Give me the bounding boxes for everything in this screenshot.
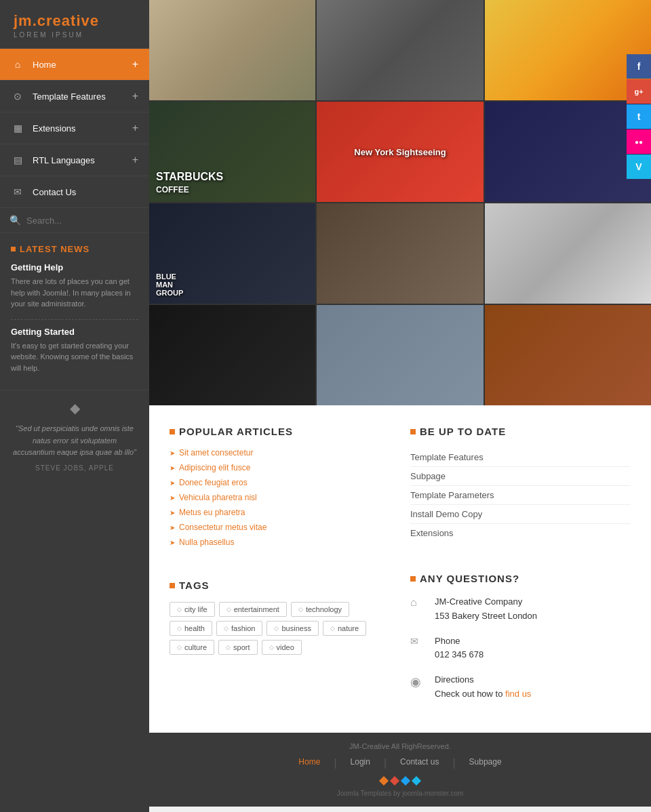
arrow-icon-1: ➤: [170, 464, 175, 472]
tag-1[interactable]: entertainment: [219, 602, 287, 617]
contact-phone-item: ✉ Phone 012 345 678: [410, 634, 631, 663]
update-link-1[interactable]: Subpage: [410, 467, 631, 486]
diamond-4: [412, 776, 421, 786]
nav-label-template-features: Template Features: [33, 92, 132, 102]
social-google-button[interactable]: g+: [627, 79, 651, 104]
nav-label-extensions: Extensions: [33, 123, 132, 134]
find-us-link[interactable]: find us: [505, 689, 531, 699]
social-flickr-button[interactable]: ●●: [627, 129, 651, 154]
phone-icon: ✉: [410, 636, 427, 652]
bottom-content: POPULAR ARTICLES ➤ Sit amet consectetur …: [149, 405, 651, 733]
address-icon: ⌂: [410, 596, 427, 613]
article-link-1[interactable]: ➤ Adipiscing elit fusce: [170, 463, 390, 472]
news-text-1: It's easy to get started creating your w…: [11, 340, 138, 374]
arrow-icon-4: ➤: [170, 509, 175, 516]
news-title-0: Getting Help: [11, 262, 138, 272]
tag-3[interactable]: health: [170, 621, 212, 636]
latest-news-title: LATEST NEWS: [11, 244, 138, 254]
arrow-icon-3: ➤: [170, 494, 175, 502]
latest-news-section: LATEST NEWS Getting Help There are lots …: [0, 233, 149, 390]
camera-icon: ⊙: [11, 89, 24, 103]
contact-address-item: ⌂ JM-Creative Company 153 Bakery Street …: [410, 595, 631, 624]
nav-label-rtl: RTL Languages: [33, 155, 132, 165]
nav-plus-home: +: [132, 58, 138, 70]
logo-title: jm.creative: [14, 12, 136, 30]
photo-cell-1: [149, 0, 315, 100]
article-link-0[interactable]: ➤ Sit amet consectetur: [170, 448, 390, 458]
nav-menu: ⌂ Home + ⊙ Template Features + ▦ Extensi…: [0, 49, 149, 208]
update-link-2[interactable]: Template Parameters: [410, 486, 631, 505]
article-link-3[interactable]: ➤ Vehicula pharetra nisl: [170, 493, 390, 502]
search-input[interactable]: [26, 216, 140, 226]
envelope-icon: ✉: [11, 185, 24, 199]
photo-cell-11: [317, 305, 483, 405]
nav-plus-tf: +: [132, 90, 138, 102]
popular-articles-section: POPULAR ARTICLES ➤ Sit amet consectetur …: [170, 426, 390, 552]
contact-directions-text: Directions Check out how to find us: [435, 673, 531, 702]
diamond-3: [401, 776, 410, 786]
update-link-3[interactable]: Install Demo Copy: [410, 505, 631, 524]
any-questions-header: ANY QUESTIONS?: [410, 573, 631, 584]
tag-6[interactable]: nature: [323, 621, 366, 636]
social-twitter-button[interactable]: t: [627, 104, 651, 129]
any-questions-section: ANY QUESTIONS? ⌂ JM-Creative Company 153…: [410, 573, 631, 712]
nav-item-contact-us[interactable]: ✉ Contact Us: [0, 176, 149, 208]
news-item-0: Getting Help There are lots of places yo…: [11, 262, 138, 310]
film-icon: ▤: [11, 153, 24, 167]
tag-7[interactable]: culture: [170, 640, 214, 655]
photo-grid: STARBUCKSCOFFEE New York Sightseeing BLU…: [149, 0, 651, 405]
photo-cell-4: STARBUCKSCOFFEE: [149, 102, 315, 202]
nav-item-template-features[interactable]: ⊙ Template Features +: [0, 81, 149, 113]
contact-address-text: JM-Creative Company 153 Bakery Street Lo…: [435, 595, 537, 624]
article-link-5[interactable]: ➤ Consectetur metus vitae: [170, 523, 390, 532]
photo-cell-8: [317, 203, 483, 304]
nav-item-home[interactable]: ⌂ Home +: [0, 49, 149, 81]
tag-8[interactable]: sport: [218, 640, 257, 655]
footer-copyright: JM-Creative All RighReserved.: [163, 742, 637, 750]
contact-phone-text: Phone 012 345 678: [435, 634, 484, 663]
news-title-1: Getting Started: [11, 327, 138, 337]
footer-nav-subpage[interactable]: Subpage: [469, 757, 502, 769]
be-up-to-date-section: BE UP TO DATE Template Features Subpage …: [410, 426, 631, 552]
nav-item-rtl-languages[interactable]: ▤ RTL Languages +: [0, 144, 149, 176]
diamond-2: [390, 776, 399, 786]
footer-nav-login[interactable]: Login: [351, 757, 370, 769]
logo-post: creative: [37, 12, 99, 29]
nav-plus-rtl: +: [132, 154, 138, 166]
update-link-4[interactable]: Extensions: [410, 524, 631, 542]
logo-area: jm.creative LOREM IPSUM: [0, 0, 149, 49]
quote-text: "Sed ut perspiciatis unde omnis iste nat…: [11, 423, 138, 459]
tag-5[interactable]: business: [267, 621, 318, 636]
tag-9[interactable]: video: [262, 640, 302, 655]
photo-cell-10: [149, 305, 315, 405]
quote-diamond-icon: ◆: [11, 400, 138, 416]
search-area: 🔍: [0, 208, 149, 233]
article-link-6[interactable]: ➤ Nulla phasellus: [170, 537, 390, 547]
search-icon: 🔍: [9, 215, 21, 226]
photo-cell-5: New York Sightseeing: [317, 102, 483, 202]
tag-0[interactable]: city life: [170, 602, 215, 617]
arrow-icon-5: ➤: [170, 524, 175, 531]
update-link-0[interactable]: Template Features: [410, 448, 631, 467]
arrow-icon-0: ➤: [170, 449, 175, 457]
footer-nav-contact[interactable]: Contact us: [400, 757, 439, 769]
social-facebook-button[interactable]: f: [627, 54, 651, 79]
tag-4[interactable]: fashion: [216, 621, 262, 636]
article-link-4[interactable]: ➤ Metus eu pharetra: [170, 508, 390, 517]
tags-section: TAGS city life entertainment technology …: [170, 580, 390, 712]
article-link-2[interactable]: ➤ Donec feugiat eros: [170, 478, 390, 487]
be-up-to-date-header: BE UP TO DATE: [410, 426, 631, 437]
footer-credit: Joomla Templates by joomla-monster.com: [163, 790, 637, 797]
quote-area: ◆ "Sed ut perspiciatis unde omnis iste n…: [0, 390, 149, 481]
tag-2[interactable]: technology: [291, 602, 349, 617]
logo-pre: jm: [14, 12, 33, 29]
nav-item-extensions[interactable]: ▦ Extensions +: [0, 113, 149, 144]
sidebar: jm.creative LOREM IPSUM ⌂ Home + ⊙ Templ…: [0, 0, 149, 807]
social-vimeo-button[interactable]: V: [627, 155, 651, 179]
photo-cell-7: BLUEMANGROUP: [149, 203, 315, 304]
footer-nav-home[interactable]: Home: [298, 757, 320, 769]
quote-author: STEVE JOBS, APPLE: [11, 464, 138, 472]
directions-icon: ◉: [410, 674, 427, 691]
diamond-1: [379, 776, 389, 786]
popular-articles-header: POPULAR ARTICLES: [170, 426, 390, 437]
